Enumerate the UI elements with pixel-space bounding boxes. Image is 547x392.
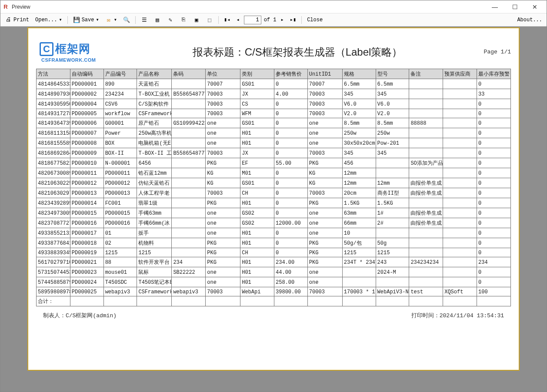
last-page-button[interactable]: ▸▮ [288,16,298,24]
table-cell: T-BOX工业机 [137,89,172,99]
table-cell: PD000013 [70,188,103,198]
table-cell: one [307,128,342,138]
table-cell: WebApiV3-Net [376,287,409,296]
table-cell: FC001 [103,198,137,208]
table-cell [443,89,477,99]
edit-icon: ✎ [167,17,174,23]
report-table: 方法自动编码产品编号产品名称条码单位类别参考销售价UnitID1规格型号备注预算… [36,69,511,306]
preview-area[interactable]: C 框架网 CSFRAMEWORK.COM 报表标题：C/S框架报表生成器（La… [0,27,547,392]
table-cell [307,296,342,306]
page-number-input[interactable] [244,16,261,24]
table-cell: CH [240,248,274,257]
table-cell: one [206,208,240,218]
table-cell: T-BOX-II 工 [137,148,172,158]
edit-page-button[interactable]: ✎ [165,16,176,24]
table-cell: 234 [477,257,511,267]
email-button[interactable]: ✉ ▾ [103,16,119,24]
column-header: 备注 [409,69,443,79]
close-window-button[interactable]: ✕ [525,0,545,13]
outline-button[interactable]: ☰ [139,16,150,24]
table-cell [172,218,206,228]
table-cell: PD000006 [70,118,103,128]
open-label: Open... [35,17,57,23]
table-cell: PKG [206,198,240,208]
table-cell [443,109,477,118]
table-cell [342,267,376,277]
table-cell: 1.5KG [342,198,376,208]
search-icon: 🔍 [123,17,130,23]
table-cell: 12mm [376,178,409,188]
zoom-button[interactable]: ⬚ [204,16,215,24]
table-cell: 由报价单生成 [409,188,443,198]
table-cell [172,79,206,89]
page-total-label: of 1 [264,17,277,23]
table-cell: 70003 [307,188,342,198]
table-cell: 0 [477,277,511,287]
about-button[interactable]: About... [515,16,544,24]
open-button[interactable]: Open... ▾ [33,16,64,24]
table-cell: JX [240,148,274,158]
table-cell: H01 [240,128,274,138]
table-cell: 0 [477,188,511,198]
table-cell: 0 [274,128,308,138]
table-cell: KG [307,178,342,188]
copy-button[interactable]: ⎘ [178,16,189,24]
table-cell: H01 [240,267,274,277]
page-setup-button[interactable]: ▣ [191,16,202,24]
table-row: 482106302971PD000013PD000013人体工程学老70003C… [37,188,511,198]
save-button[interactable]: 💾 Save ▾ [71,16,101,24]
close-preview-button[interactable]: Close [305,16,324,24]
first-page-button[interactable]: ▮◂ [222,16,232,24]
minimize-button[interactable]: — [485,0,505,13]
table-cell [443,296,477,306]
table-cell: 1215 [342,248,376,257]
table-cell: 12000.00 [274,218,308,228]
table-row: 589598089781PD000025webapiv3CSFramework.… [37,287,511,296]
table-cell [172,277,206,287]
table-cell: M01 [240,168,274,178]
column-header: 单位 [206,69,240,79]
table-cell: 234 [172,257,206,267]
table-cell [70,296,103,306]
table-row: 481493647392PD000006G00001原产锆石GS10999422… [37,118,511,128]
maximize-button[interactable]: ☐ [505,0,525,13]
table-cell: 0 [274,79,308,89]
table-cell: 234.00 [274,257,308,267]
table-cell: 345 [342,89,376,99]
print-button[interactable]: 🖨 Print [3,16,31,24]
search-button[interactable]: 🔍 [121,16,132,24]
table-row: 493387768410PD00001802机物料PKGH010PKG50g/包… [37,238,511,248]
table-cell: one [206,118,240,128]
table-cell: 493388393455 [37,248,70,257]
sum-label: 合计： [37,296,70,306]
thumbnails-button[interactable]: ▤ [152,16,163,24]
table-cell: 573150744535 [37,267,70,277]
table-cell: GS02 [240,208,274,218]
next-icon: ▸ [280,17,284,23]
table-cell: EF [240,158,274,168]
table-cell: one [206,138,240,148]
table-cell: 345 [376,148,409,158]
zoom-icon: ⬚ [206,17,213,23]
table-cell: 0 [477,178,511,188]
table-cell: 1.5KG [376,198,409,208]
table-cell: 482370877272 [37,218,70,228]
table-cell [172,248,206,257]
table-cell: 482349730050 [37,208,70,218]
table-cell [443,138,477,148]
table-cell: CS [240,99,274,109]
table-cell: one [307,267,342,277]
table-cell [172,296,206,306]
table-cell: 由报价单生成 [409,218,443,228]
table-row: 573150744535PD000023mouse01鼠标SB22222oneH… [37,267,511,277]
table-cell: PD000005 [70,109,103,118]
next-page-button[interactable]: ▸ [279,16,285,24]
table-cell: C/S架构软件 [137,99,172,109]
prev-page-button[interactable]: ◂ [234,16,241,24]
table-cell [443,257,477,267]
table-cell: 8.5mm [342,118,376,128]
table-cell: 12mm [342,168,376,178]
table-cell [172,109,206,118]
table-cell [376,296,409,306]
table-cell: PD000004 [70,99,103,109]
